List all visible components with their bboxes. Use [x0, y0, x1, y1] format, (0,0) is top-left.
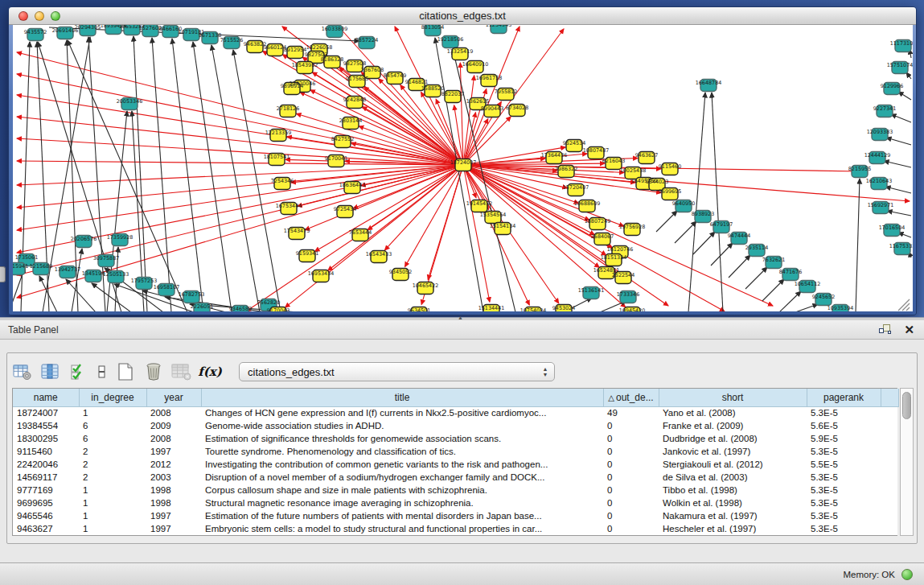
table-cell: 5.5E-5	[807, 458, 881, 471]
column-header-short[interactable]: short	[659, 389, 807, 406]
graph-node-label: 9671338	[199, 32, 221, 39]
table-cell: 0	[603, 445, 659, 458]
table-cell	[881, 484, 898, 496]
table-select-dropdown[interactable]: citations_edges.txt ▲▼	[239, 362, 555, 381]
dropdown-arrows-icon: ▲▼	[540, 366, 554, 377]
graph-node-label: 9346583	[229, 306, 252, 311]
graph-node-label: 8427552	[331, 136, 354, 142]
network-canvas[interactable]: 9435572206914062029430518939424106532871…	[13, 25, 913, 311]
graph-node-label: 9227341	[873, 105, 896, 112]
cytoscape-desktop: citations_edges.txt 9435572206	[0, 0, 924, 319]
table-cell: 2009	[146, 419, 201, 432]
window-resize-grip[interactable]	[898, 299, 910, 311]
scrollbar-thumb[interactable]	[902, 392, 911, 419]
graph-node-label: 2935114	[745, 245, 768, 251]
select-all-columns-icon[interactable]	[68, 361, 89, 382]
new-table-icon[interactable]	[115, 361, 136, 382]
graph-node-label: 11173106	[890, 40, 913, 47]
delete-table-icon[interactable]	[143, 361, 164, 382]
table-cell: Changes of HCN gene expression and I(f) …	[201, 406, 603, 419]
table-cell: Estimation of significance thresholds fo…	[201, 432, 603, 445]
graph-node-label: 15751074	[887, 62, 913, 68]
table-cell: 0	[603, 419, 659, 432]
function-builder-icon[interactable]: f(x)	[199, 361, 220, 382]
table-cell	[881, 471, 898, 484]
table-row[interactable]: 977716911998Corpus callosum shape and si…	[13, 484, 898, 496]
graph-node-label: 17359928	[107, 234, 133, 241]
graph-node-label: 10935394	[827, 305, 854, 311]
table-row[interactable]: 1872400712008Changes of HCN gene express…	[13, 406, 898, 419]
graph-node-label: 8215955	[848, 166, 871, 172]
graph-node-label: 1735061	[15, 254, 38, 261]
graph-node-label: 15154134	[490, 223, 516, 229]
table-cell: 2008	[146, 432, 201, 445]
graph-node-label: 16033809	[322, 26, 348, 32]
graph-node-label: 17364436	[541, 152, 568, 159]
memory-ok-indicator[interactable]	[901, 569, 913, 580]
column-header-out_de...[interactable]: △out_de...	[603, 389, 659, 406]
row-height-icon[interactable]	[97, 361, 108, 382]
table-row[interactable]: 1830029562008Estimation of significance …	[13, 432, 898, 445]
graph-node-label: 15692971	[868, 202, 894, 208]
table-cell: 1997	[146, 445, 201, 458]
column-header-year[interactable]: year	[146, 389, 201, 406]
table-cell: Investigating the contribution of common…	[201, 458, 603, 471]
table-row[interactable]: 946362711997Embryonic stem cells: a mode…	[13, 522, 898, 535]
graph-node-label: 9725434	[334, 206, 356, 212]
column-header-name[interactable]: name	[13, 389, 79, 406]
table-cell: 1	[79, 509, 146, 522]
table-cell: 5.3E-5	[807, 496, 881, 509]
graph-node-label: 20053346	[117, 98, 143, 105]
import-table-icon[interactable]	[171, 361, 192, 382]
column-header-in_degree[interactable]: in_degree	[79, 389, 146, 406]
window-titlebar[interactable]: citations_edges.txt	[9, 7, 916, 25]
table-cell: 1	[79, 522, 146, 535]
collapsed-panel-handle[interactable]	[0, 266, 6, 282]
table-cell: 1998	[146, 496, 201, 509]
graph-node-label: 9463627	[635, 152, 658, 159]
table-cell: 2012	[146, 458, 201, 471]
table-cell: Franke et al. (2009)	[659, 419, 807, 432]
table-cell: 5.3E-5	[807, 471, 881, 484]
table-cell: 6	[79, 432, 146, 445]
column-header-pagerank[interactable]: pagerank	[807, 389, 881, 406]
graph-node-label: 10754034	[520, 307, 547, 311]
graph-node-label: 20206576	[71, 236, 97, 242]
table-panel-header: Table Panel ✕	[0, 320, 924, 340]
network-view-window[interactable]: citations_edges.txt 9435572206	[8, 6, 917, 315]
graph-node-label: 16961758	[476, 75, 503, 81]
graph-node-label: 1733346	[617, 291, 639, 298]
select-columns-icon[interactable]	[40, 361, 61, 382]
table-cell: Jankovic et al. (1997)	[659, 445, 807, 458]
graph-node-label: 20294305	[75, 25, 101, 31]
splitter-grip-icon[interactable]: ▲	[458, 315, 463, 320]
graph-node-label: 9844023	[646, 179, 668, 185]
column-header-title[interactable]: title	[201, 389, 603, 406]
close-icon[interactable]: ✕	[904, 323, 914, 336]
graph-node-label: 9634501	[408, 307, 430, 311]
table-row[interactable]: 911546021997Tourette syndrome. Phenomeno…	[13, 445, 898, 458]
graph-node-label: 10465422	[413, 282, 439, 289]
table-cell: Stergiakouli et al. (2012)	[659, 458, 807, 471]
graph-node-label: 10654112	[795, 281, 821, 287]
graph-node-label: 9524534	[563, 140, 585, 146]
table-row[interactable]: 1456911722003Disruption of a novel membe…	[13, 471, 898, 484]
graph-node-label: 18151324	[601, 254, 627, 261]
table-row[interactable]: 2242004622012Investigating the contribut…	[13, 458, 898, 471]
graph-node-label: 8938923	[692, 211, 714, 217]
node-attribute-table[interactable]: namein_degreeyeartitle△out_de...shortpag…	[12, 388, 897, 536]
table-row[interactable]: 946554611997Estimation of the future num…	[13, 509, 898, 522]
table-cell: Estimation of the future numbers of pati…	[201, 509, 603, 522]
graph-node-label: 19218506	[437, 36, 464, 43]
float-window-icon[interactable]	[878, 323, 893, 336]
table-cell: Genome-wide association studies in ADHD.	[201, 419, 603, 432]
table-vertical-scrollbar[interactable]	[900, 388, 914, 536]
table-cell: Embryonic stem cells: a model to study s…	[201, 522, 603, 535]
table-cell	[881, 432, 898, 445]
citation-network-graph[interactable]: 9435572206914062029430518939424106532871…	[13, 25, 913, 311]
table-row[interactable]: 969969511998Structural magnetic resonanc…	[13, 496, 898, 509]
table-row[interactable]: 1938455462009Genome-wide association stu…	[13, 419, 898, 432]
table-settings-icon[interactable]	[12, 361, 33, 382]
graph-node-label: 15134441	[478, 305, 505, 311]
graph-node-label: 12444129	[864, 152, 891, 159]
